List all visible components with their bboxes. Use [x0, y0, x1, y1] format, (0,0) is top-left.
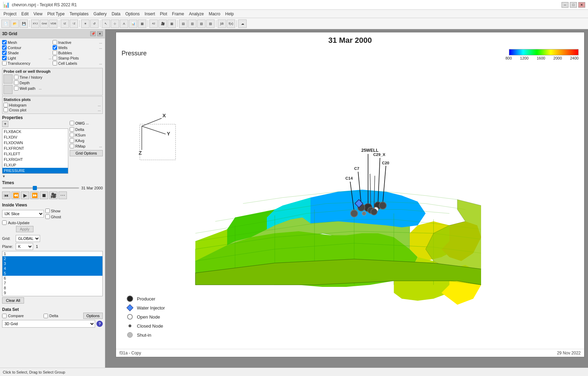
toolbar-text[interactable]: A [120, 19, 128, 28]
clear-all-button[interactable]: Clear All [2, 297, 24, 304]
inactive-checkbox[interactable] [53, 40, 57, 45]
times-slider-track[interactable] [2, 187, 79, 189]
plane-k-select[interactable]: K I J [16, 243, 33, 250]
plane-item-3[interactable]: 3 [2, 261, 102, 266]
toolbar-frame2[interactable]: ▥ [188, 19, 196, 28]
toolbar-xy[interactable]: XYJ [31, 19, 39, 28]
menu-templates[interactable]: Templates [68, 11, 91, 17]
menu-frame[interactable]: Frame [170, 11, 186, 17]
menu-edit[interactable]: Edit [19, 11, 31, 17]
wells-checkbox[interactable] [53, 45, 57, 50]
time-history-checkbox[interactable] [14, 75, 18, 79]
show-checkbox[interactable] [45, 209, 50, 213]
prop-flxright[interactable]: FLXRIGHT [2, 157, 68, 162]
menu-options[interactable]: Options [123, 11, 142, 17]
delta-checkbox[interactable] [70, 127, 74, 132]
play-stop-button[interactable]: ⏹ [40, 191, 48, 199]
plane-item-7[interactable]: 7 [2, 281, 102, 285]
apply-button[interactable]: Apply [16, 226, 33, 232]
menu-gallery[interactable]: Gallery [91, 11, 109, 17]
plane-item-9[interactable]: 9 [2, 290, 102, 295]
owg-dots[interactable]: ... [86, 121, 89, 125]
stamp-plots-checkbox[interactable] [53, 56, 57, 60]
menu-insert[interactable]: Insert [142, 11, 157, 17]
play-forward-button[interactable]: ▶ [21, 191, 29, 199]
toolbar-sun[interactable]: ☀ [81, 19, 90, 28]
prop-pressure[interactable]: PRESSURE [2, 168, 68, 173]
play-next-button[interactable]: ⏩ [30, 191, 39, 199]
plane-item-10[interactable]: 10 [2, 295, 102, 296]
menu-data[interactable]: Data [109, 11, 122, 17]
menu-plot[interactable]: Plot [158, 11, 169, 17]
wells-dots[interactable]: ... [99, 46, 103, 49]
ijk-slice-select[interactable]: IJK Slice [2, 210, 44, 218]
minimize-button[interactable]: ─ [562, 2, 568, 8]
toolbar-cloud[interactable]: ☁ [238, 19, 247, 28]
prop-flxdiv[interactable]: FLXDIV [2, 134, 68, 140]
light-dots[interactable]: ... [48, 56, 52, 60]
dataset-select[interactable]: 3D Grid [2, 320, 95, 328]
toolbar-42[interactable]: 42 [149, 19, 158, 28]
panel-close-icon[interactable]: ✕ [97, 31, 103, 36]
kavg-checkbox[interactable] [70, 138, 74, 143]
help-icon[interactable]: ? [96, 321, 103, 327]
toolbar-refresh[interactable]: ↺ [90, 19, 99, 28]
toolbar-frame4[interactable]: ▨ [206, 19, 215, 28]
cross-plot-dots[interactable]: ... [97, 108, 101, 112]
toolbar-vdb[interactable]: VDB [49, 19, 57, 28]
well-path-dots[interactable]: ... [38, 86, 42, 90]
add-property-button[interactable]: + [2, 121, 8, 127]
prop-flxfront[interactable]: FLXFRONT [2, 146, 68, 151]
play-start-button[interactable]: ⏮ [2, 191, 10, 199]
maximize-button[interactable]: □ [570, 2, 577, 8]
mesh-checkbox[interactable] [2, 40, 7, 45]
toolbar-1[interactable]: IZ [61, 19, 69, 28]
cross-plot-checkbox[interactable] [3, 108, 8, 112]
toolbar-grid[interactable]: Grid [40, 19, 48, 28]
well-path-checkbox[interactable] [14, 86, 18, 91]
plane-item-8[interactable]: 8 [2, 285, 102, 290]
toolbar-new[interactable]: 📄 [1, 19, 10, 28]
plane-item-1[interactable]: 1 [2, 251, 102, 256]
plot-main[interactable]: Pressure 800 1200 1600 2000 2400 [116, 46, 584, 349]
prop-flxdown[interactable]: FLXDOWN [2, 140, 68, 146]
toolbar-open[interactable]: 📂 [10, 19, 19, 28]
close-button[interactable]: ✕ [578, 2, 585, 8]
play-prev-button[interactable]: ⏪ [11, 191, 20, 199]
light-checkbox[interactable] [2, 56, 7, 60]
toolbar-cam[interactable]: 🎥 [158, 19, 167, 28]
cell-labels-dots[interactable]: ... [99, 61, 103, 65]
toolbar-frame[interactable]: ▤ [179, 19, 187, 28]
grid-options-button[interactable]: Grid Options [70, 150, 103, 156]
toolbar-grid2[interactable]: ▦ [168, 19, 176, 28]
prop-flxback[interactable]: FLXBACK [2, 129, 68, 134]
prop-flxleft[interactable]: FLXLEFT [2, 151, 68, 157]
menu-macro[interactable]: Macro [207, 11, 222, 17]
compare-checkbox[interactable] [2, 314, 7, 318]
owg-checkbox[interactable] [70, 121, 74, 125]
depth-checkbox[interactable] [14, 80, 18, 85]
prop-flxup[interactable]: FLXUP [2, 162, 68, 168]
bubbles-checkbox[interactable] [53, 50, 57, 55]
inactive-dots[interactable]: ... [99, 40, 103, 44]
plane-item-5[interactable]: 5 [2, 271, 102, 276]
histogram-dots[interactable]: ... [97, 103, 101, 107]
contour-checkbox[interactable] [2, 45, 7, 50]
times-slider-thumb[interactable] [33, 186, 37, 190]
plane-item-2[interactable]: 2 [2, 256, 102, 261]
rmap-checkbox[interactable] [70, 144, 74, 148]
toolbar-table[interactable]: ▦ [138, 19, 146, 28]
panel-pin-icon[interactable]: 📌 [90, 31, 96, 36]
menu-analyze[interactable]: Analyze [187, 11, 206, 17]
auto-update-checkbox[interactable] [2, 220, 7, 225]
shade-checkbox[interactable] [2, 50, 7, 55]
toolbar-save[interactable]: 💾 [20, 19, 28, 28]
plane-item-6[interactable]: 6 [2, 276, 102, 281]
menu-project[interactable]: Project [1, 11, 18, 17]
menu-plot-type[interactable]: Plot Type [45, 11, 67, 17]
play-options-button[interactable]: ⋯ [59, 191, 67, 199]
toolbar-cursor[interactable]: ↖ [102, 19, 110, 28]
toolbar-select[interactable]: ⊹ [111, 19, 119, 28]
toolbar-2[interactable]: ↑Z [70, 19, 78, 28]
title-bar-controls[interactable]: ─ □ ✕ [562, 2, 585, 8]
